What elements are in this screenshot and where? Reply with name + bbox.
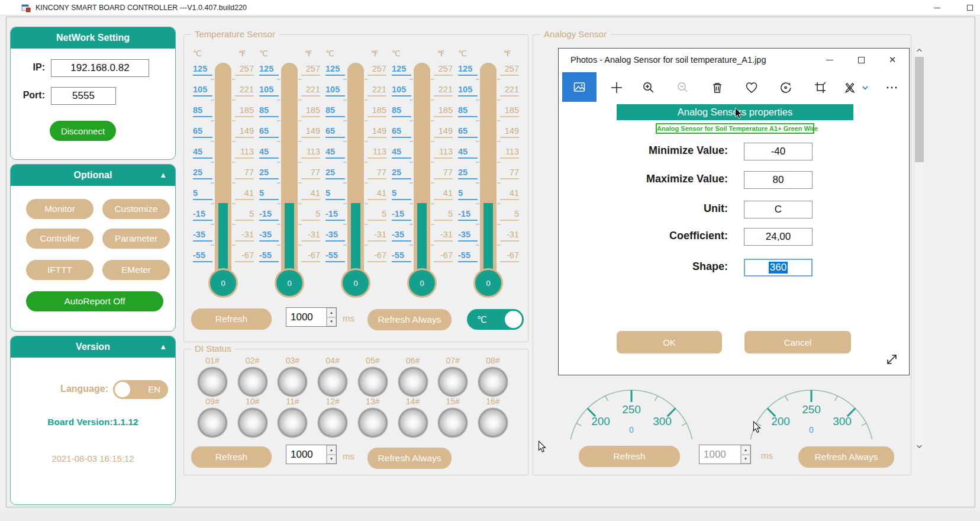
- temp-interval-spinner[interactable]: 1000 ▲ ▼: [286, 307, 337, 327]
- thermometer: ℃℉1252571052218518565149451132577541-155…: [255, 49, 321, 329]
- language-toggle[interactable]: EN: [113, 380, 168, 399]
- scroll-down-button[interactable]: [914, 441, 924, 451]
- scale-tick: [211, 141, 214, 142]
- thermometer-bulb: 0: [407, 268, 437, 298]
- ip-label: IP:: [19, 62, 45, 73]
- spin-up-button[interactable]: ▲: [327, 308, 336, 317]
- expand-resize-icon[interactable]: [884, 352, 900, 367]
- spin-up-button[interactable]: ▲: [741, 445, 750, 455]
- photos-maximize-button[interactable]: [851, 49, 871, 71]
- zoom-out-button[interactable]: [676, 81, 689, 94]
- optional-button-ifttt[interactable]: IFTTT: [26, 260, 94, 280]
- spin-up-button[interactable]: ▲: [327, 445, 336, 455]
- language-label: Language:: [11, 384, 108, 394]
- di-channel-label: 01#: [192, 356, 233, 365]
- spin-down-button[interactable]: ▼: [327, 455, 336, 464]
- analogy-interval-spinner[interactable]: 1000 ▲ ▼: [699, 445, 751, 464]
- scale-tick: [497, 203, 501, 204]
- port-input[interactable]: 5555: [51, 87, 116, 105]
- celsius-scale-label: -15: [325, 209, 345, 221]
- scale-tick: [410, 245, 413, 246]
- celsius-toggle-label: ℃: [477, 314, 487, 325]
- scale-tick: [410, 203, 413, 204]
- scale-tick: [410, 99, 413, 101]
- di-interval-spinner[interactable]: 1000 ▲ ▼: [286, 445, 337, 464]
- di-indicator: [318, 367, 347, 397]
- di-channel-label: 14#: [393, 397, 433, 406]
- scale-tick: [497, 120, 501, 121]
- autoreport-button[interactable]: AutoReport Off: [26, 291, 163, 311]
- ok-button[interactable]: OK: [617, 331, 722, 353]
- shape-input[interactable]: 360: [744, 259, 813, 276]
- scrollbar-thumb[interactable]: [915, 57, 924, 162]
- di-channel: 05#: [353, 356, 393, 397]
- di-refresh-button[interactable]: Refresh: [191, 446, 272, 468]
- scale-tick: [211, 182, 214, 184]
- window-minimize-button[interactable]: [927, 0, 947, 15]
- di-channel: 16#: [473, 397, 513, 438]
- optional-button-parameter[interactable]: Parameter: [102, 229, 170, 249]
- fahrenheit-scale-label: 149: [301, 126, 320, 138]
- dialog-field-label: Unit:: [594, 202, 728, 215]
- photos-close-button[interactable]: ✕: [882, 49, 902, 71]
- version-header-label: Version: [76, 342, 110, 352]
- ip-input[interactable]: 192.168.0.82: [51, 59, 149, 77]
- crop-button[interactable]: [814, 81, 827, 94]
- scale-tick: [298, 79, 302, 80]
- chevron-down-icon[interactable]: [862, 81, 869, 94]
- di-indicator: [438, 408, 468, 438]
- fahrenheit-scale-label: 149: [500, 126, 519, 138]
- scroll-up-button[interactable]: [914, 45, 924, 55]
- coefficient-input[interactable]: 24,00: [744, 228, 813, 246]
- optional-button-monitor[interactable]: Monitor: [26, 199, 94, 219]
- scale-tick: [298, 141, 302, 142]
- maximize-value-input[interactable]: 80: [744, 171, 813, 189]
- scale-tick: [497, 79, 501, 80]
- collapse-triangle-icon[interactable]: ▲: [159, 336, 167, 358]
- add-button[interactable]: [610, 81, 623, 94]
- fahrenheit-scale-label: 41: [235, 188, 254, 200]
- minimize-value-input[interactable]: -40: [744, 143, 813, 160]
- scrollbar[interactable]: [914, 45, 924, 451]
- fahrenheit-scale-label: 113: [235, 147, 254, 159]
- celsius-scale-label: -15: [193, 209, 212, 221]
- see-more-button[interactable]: [885, 81, 898, 94]
- collapse-triangle-icon[interactable]: ▲: [159, 165, 167, 186]
- image-view-button[interactable]: [562, 72, 597, 102]
- optional-button-controller[interactable]: Controller: [26, 229, 94, 249]
- di-indicator: [478, 408, 508, 438]
- di-refresh-always-button[interactable]: Refresh Always: [368, 448, 452, 469]
- fahrenheit-scale-label: 113: [368, 147, 386, 159]
- fahrenheit-scale-label: -31: [434, 230, 453, 242]
- photos-minimize-button[interactable]: [820, 49, 840, 71]
- edit-button[interactable]: [843, 81, 856, 94]
- di-indicator: [278, 408, 307, 438]
- spin-down-button[interactable]: ▼: [327, 317, 336, 327]
- analogy-refresh-always-button[interactable]: Refresh Always: [798, 446, 894, 468]
- favorite-button[interactable]: [745, 81, 758, 94]
- celsius-scale-label: 65: [325, 126, 345, 138]
- disconnect-button[interactable]: Disconnect: [50, 121, 116, 141]
- scale-tick: [232, 141, 236, 142]
- zoom-in-button[interactable]: [642, 81, 655, 94]
- fahrenheit-scale-label: 5: [434, 209, 453, 221]
- delete-button[interactable]: [711, 81, 724, 94]
- optional-button-emeter[interactable]: EMeter: [102, 260, 170, 280]
- optional-button-customize[interactable]: Customize: [102, 199, 170, 219]
- spin-down-button[interactable]: ▼: [741, 455, 750, 464]
- rotate-button[interactable]: [779, 81, 792, 94]
- celsius-scale-label: 5: [325, 188, 345, 200]
- di-status-title: DI Status: [191, 343, 235, 353]
- cancel-button[interactable]: Cancel: [744, 331, 851, 353]
- unit-input[interactable]: C: [744, 201, 813, 218]
- fahrenheit-scale-label: -67: [235, 250, 254, 262]
- celsius-scale-label: 25: [325, 168, 345, 179]
- temp-ms-label: ms: [343, 313, 354, 323]
- temp-refresh-always-button[interactable]: Refresh Always: [368, 309, 452, 330]
- temp-refresh-button[interactable]: Refresh: [191, 308, 272, 330]
- celsius-toggle[interactable]: ℃: [467, 309, 524, 330]
- scale-tick: [497, 162, 501, 163]
- scale-tick: [476, 99, 479, 101]
- analogy-refresh-button[interactable]: Refresh: [579, 446, 680, 467]
- window-maximize-button[interactable]: [960, 0, 980, 15]
